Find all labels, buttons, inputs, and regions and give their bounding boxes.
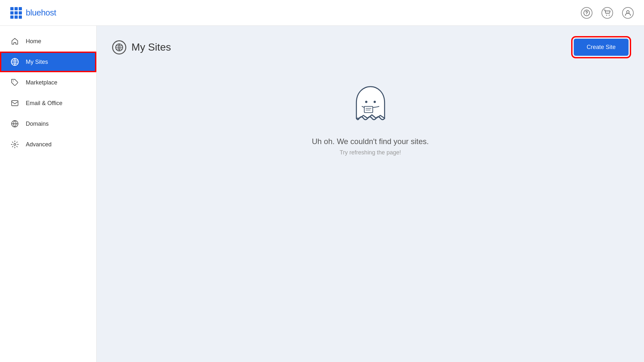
sidebar-item-advanced-label: Advanced bbox=[26, 141, 52, 148]
empty-state-title: Uh oh. We couldn't find your sites. bbox=[312, 137, 429, 146]
home-icon bbox=[10, 37, 19, 46]
page-title: My Sites bbox=[131, 41, 171, 53]
sidebar-item-domains[interactable]: Domains bbox=[0, 113, 96, 134]
wordpress-icon bbox=[10, 57, 19, 66]
email-icon bbox=[10, 99, 19, 108]
sidebar-item-marketplace[interactable]: Marketplace bbox=[0, 72, 96, 93]
empty-state: Uh oh. We couldn't find your sites. Try … bbox=[112, 82, 629, 156]
sidebar-item-my-sites-label: My Sites bbox=[26, 59, 48, 65]
ghost-illustration bbox=[348, 82, 393, 127]
svg-point-12 bbox=[365, 101, 367, 103]
cart-icon[interactable] bbox=[601, 7, 613, 19]
sidebar: Home My Sites Marketplace bbox=[0, 26, 97, 362]
page-title-group: My Sites bbox=[112, 40, 171, 54]
empty-state-subtitle: Try refreshing the page! bbox=[340, 149, 401, 156]
logo-grid-icon bbox=[10, 7, 22, 19]
sidebar-item-my-sites[interactable]: My Sites bbox=[0, 52, 96, 72]
sidebar-item-domains-label: Domains bbox=[26, 121, 49, 127]
sidebar-item-email-office-label: Email & Office bbox=[26, 100, 62, 107]
sidebar-item-email-office[interactable]: Email & Office bbox=[0, 93, 96, 113]
page-layout: Home My Sites Marketplace bbox=[0, 26, 644, 362]
top-header: bluehost bbox=[0, 0, 644, 26]
header-actions bbox=[581, 7, 634, 19]
help-icon[interactable] bbox=[581, 7, 592, 19]
svg-point-13 bbox=[373, 101, 376, 103]
svg-point-3 bbox=[609, 15, 610, 15]
svg-point-4 bbox=[627, 11, 629, 13]
advanced-icon bbox=[10, 140, 19, 149]
logo-area: bluehost bbox=[10, 7, 56, 19]
sidebar-item-home-label: Home bbox=[26, 38, 41, 45]
create-site-button[interactable]: Create Site bbox=[574, 39, 629, 56]
domains-icon bbox=[10, 119, 19, 128]
sidebar-item-home[interactable]: Home bbox=[0, 31, 96, 52]
user-icon[interactable] bbox=[622, 7, 634, 19]
logo-text: bluehost bbox=[26, 8, 56, 18]
svg-point-1 bbox=[586, 14, 587, 15]
wp-logo-circle bbox=[112, 40, 126, 54]
main-content: My Sites Create Site bbox=[97, 26, 644, 362]
main-header: My Sites Create Site bbox=[112, 39, 629, 56]
sidebar-item-advanced[interactable]: Advanced bbox=[0, 134, 96, 155]
svg-point-2 bbox=[606, 15, 607, 15]
svg-point-10 bbox=[14, 143, 16, 145]
svg-rect-14 bbox=[364, 106, 372, 113]
svg-rect-7 bbox=[12, 101, 18, 106]
tag-icon bbox=[10, 78, 19, 87]
sidebar-item-marketplace-label: Marketplace bbox=[26, 79, 57, 86]
